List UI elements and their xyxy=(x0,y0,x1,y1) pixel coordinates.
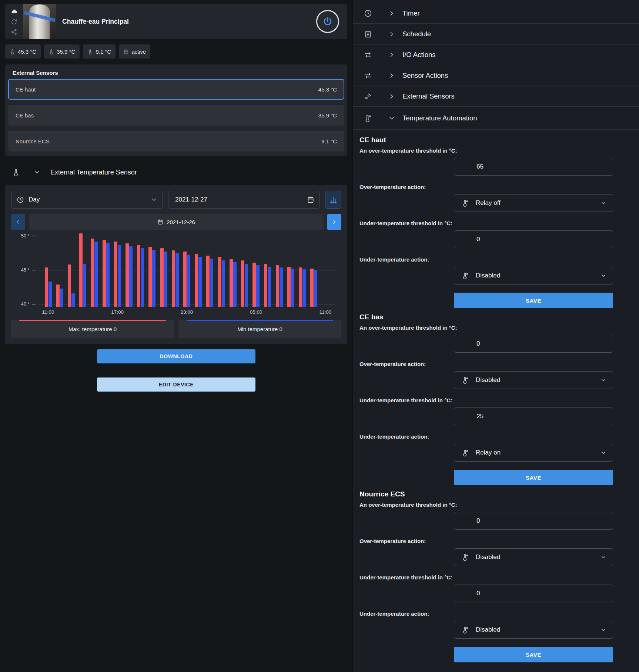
under-threshold-input[interactable] xyxy=(454,585,613,602)
bar-min-temperature xyxy=(280,267,283,307)
over-action-label: Over-temperature action: xyxy=(359,538,613,545)
chevron-down-icon xyxy=(151,196,157,203)
right-panel: Timer Schedule I/O Actions xyxy=(352,0,639,672)
swap-arrows-icon xyxy=(353,44,383,65)
chevron-down-icon xyxy=(600,449,607,456)
badge-label: 35.9 °C xyxy=(57,49,75,55)
over-threshold-label: An over-temperature threshold in °C: xyxy=(359,147,613,154)
legend-max-label: Max. temperature 0 xyxy=(68,326,117,332)
schedule-icon xyxy=(353,24,383,44)
save-button[interactable]: SAVE xyxy=(454,470,613,485)
over-action-select[interactable]: Relay off xyxy=(454,194,613,212)
bar-min-temperature xyxy=(210,259,213,307)
date-value: 2021-12-27 xyxy=(175,196,307,203)
thermometer-icon xyxy=(87,49,93,54)
legend-min-temperature[interactable]: Min temperature 0 xyxy=(178,320,341,338)
chevron-right-icon xyxy=(383,51,400,59)
chart-view-button[interactable] xyxy=(325,191,341,209)
over-action-select[interactable]: Disabled xyxy=(454,371,613,389)
badge-row: 45.3 °C 35.9 °C 9.1 °C active xyxy=(5,44,347,59)
temperature-chart: 40 °45 °50 ° 11:0017:0023:0005:0011:00 xyxy=(11,232,341,317)
legend-min-label: Min temperature 0 xyxy=(237,326,282,332)
thermometer-degree-icon xyxy=(462,553,469,561)
section-title: External Temperature Sensor xyxy=(50,169,137,176)
under-threshold-input[interactable] xyxy=(454,230,613,248)
nav-date-value: 2021-12-26 xyxy=(167,219,195,225)
menu-item-sensor-actions[interactable]: Sensor Actions xyxy=(353,65,639,86)
over-action-select[interactable]: Disabled xyxy=(454,548,613,566)
sensor-row-nourrice-ecs[interactable]: Nourrice ECS 9.1 °C xyxy=(8,131,344,152)
bar-max-temperature xyxy=(310,269,314,307)
under-threshold-label: Under-temperature threshold in °C: xyxy=(359,397,613,404)
bar-max-temperature xyxy=(126,243,129,307)
share-icon[interactable] xyxy=(11,29,17,35)
automation-section-ce-bas: CE bas An over-temperature threshold in … xyxy=(359,313,613,485)
bar-min-temperature xyxy=(106,243,110,307)
menu-item-timer[interactable]: Timer xyxy=(353,3,639,24)
under-action-select[interactable]: Relay on xyxy=(454,444,613,462)
under-threshold-input[interactable] xyxy=(454,407,613,425)
download-button[interactable]: DOWNLOAD xyxy=(97,349,255,363)
thermometer-degree-icon xyxy=(462,376,469,384)
current-date-display[interactable]: 2021-12-26 xyxy=(29,214,324,230)
chart-controls: Day 2021-12-27 xyxy=(11,191,341,209)
date-picker[interactable]: 2021-12-27 xyxy=(168,191,320,209)
menu-label: Sensor Actions xyxy=(402,71,448,80)
selected-option: Relay off xyxy=(476,199,600,207)
menu-item-temperature-automation[interactable]: Temperature Automation xyxy=(353,107,639,130)
power-button[interactable] xyxy=(316,10,339,33)
selected-option: Disabled xyxy=(476,272,600,279)
y-axis-label: 45 ° xyxy=(21,267,36,273)
chevron-down-icon xyxy=(600,272,607,279)
sensor-row-ce-haut[interactable]: CE haut 45.3 °C xyxy=(8,79,344,100)
period-select[interactable]: Day xyxy=(11,191,163,209)
legend-max-temperature[interactable]: Max. temperature 0 xyxy=(11,320,174,338)
bar-max-temperature xyxy=(218,257,221,307)
sensor-row-ce-bas[interactable]: CE bas 35.9 °C xyxy=(8,105,344,126)
bar-min-temperature xyxy=(164,252,167,307)
sensor-signal-icon xyxy=(353,86,383,106)
over-threshold-input[interactable] xyxy=(454,335,613,353)
menu-item-schedule[interactable]: Schedule xyxy=(353,24,639,44)
previous-day-button[interactable] xyxy=(11,214,25,230)
bar-min-temperature xyxy=(83,264,86,307)
chevron-right-icon xyxy=(383,72,400,79)
menu-label: Temperature Automation xyxy=(402,114,477,122)
temperature-badge-3: 9.1 °C xyxy=(83,44,116,59)
over-threshold-input[interactable] xyxy=(454,158,613,176)
under-action-select[interactable]: Disabled xyxy=(454,267,613,285)
chart-card: Day 2021-12-27 xyxy=(5,185,347,344)
bar-max-temperature xyxy=(160,248,164,307)
automation-section-ce-haut: CE haut An over-temperature threshold in… xyxy=(359,136,613,308)
temperature-badge-2: 35.9 °C xyxy=(44,44,80,59)
menu-item-external-sensors[interactable]: External Sensors xyxy=(353,86,639,107)
save-button[interactable]: SAVE xyxy=(454,293,613,308)
selected-option: Disabled xyxy=(476,626,600,633)
bar-max-temperature xyxy=(183,252,187,307)
under-action-select[interactable]: Disabled xyxy=(454,621,613,639)
under-action-label: Under-temperature action: xyxy=(359,256,613,263)
bar-min-temperature xyxy=(175,253,179,307)
edit-device-button[interactable]: EDIT DEVICE xyxy=(97,377,255,392)
badge-label: 45.3 °C xyxy=(18,49,36,55)
under-action-label: Under-temperature action: xyxy=(359,611,613,617)
sensor-name: CE haut xyxy=(16,86,36,93)
thermometer-degree-icon xyxy=(462,626,469,633)
bar-max-temperature xyxy=(172,250,175,307)
next-day-button[interactable] xyxy=(327,214,341,230)
settings-menu: Timer Schedule I/O Actions xyxy=(353,0,639,130)
external-temperature-sensor-toggle[interactable]: External Temperature Sensor xyxy=(5,163,347,182)
external-sensors-heading: External Sensors xyxy=(8,67,344,79)
selected-option: Disabled xyxy=(476,376,600,384)
sync-icon[interactable] xyxy=(11,19,17,25)
over-threshold-input[interactable] xyxy=(454,512,613,530)
chevron-right-icon xyxy=(383,30,400,38)
bar-max-temperature xyxy=(91,239,94,307)
over-threshold-label: An over-temperature threshold in °C: xyxy=(359,502,613,508)
bar-min-temperature xyxy=(256,265,260,307)
save-button[interactable]: SAVE xyxy=(454,647,613,662)
menu-item-io-actions[interactable]: I/O Actions xyxy=(353,44,639,65)
selected-option: Disabled xyxy=(476,553,600,561)
bar-max-temperature xyxy=(56,285,60,307)
bar-max-temperature xyxy=(252,263,256,307)
